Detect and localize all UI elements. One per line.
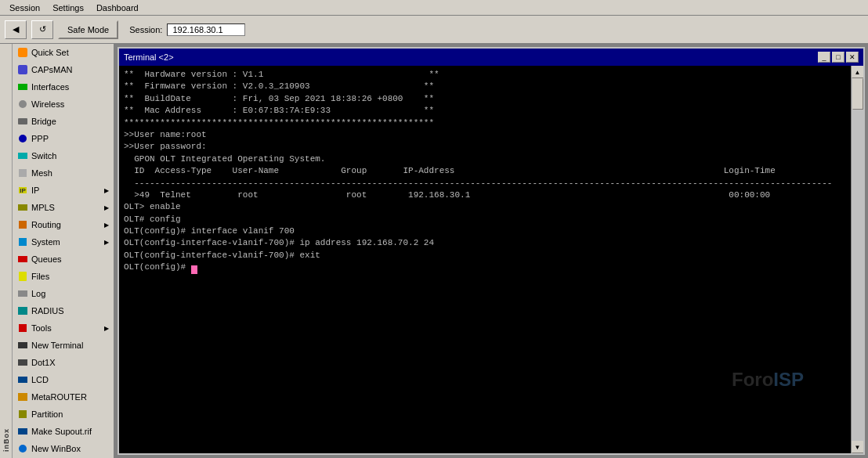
sidebar-item-mpls[interactable]: MPLS	[13, 199, 114, 216]
terminal-maximize-button[interactable]: □	[832, 52, 844, 63]
terminal-line: OLT(config-interface-vlanif-700)# ip add…	[124, 237, 846, 249]
sidebar-label-mesh: Mesh	[31, 168, 52, 178]
terminal-line: OLT# config	[124, 214, 846, 225]
terminal-scrollbar: ▲ ▼	[851, 66, 863, 453]
terminal-window: Terminal <2> _ □ ✕ ** Hardware version :…	[118, 47, 865, 455]
sidebar-item-partition[interactable]: Partition	[13, 406, 114, 423]
sidebar-item-bridge[interactable]: Bridge	[13, 113, 114, 130]
sidebar-item-interfaces[interactable]: Interfaces	[13, 78, 114, 96]
terminal-line: OLT(config-interface-vlanif-700)# exit	[124, 250, 846, 261]
terminal-controls: _ □ ✕	[818, 52, 859, 63]
log-icon	[17, 288, 28, 299]
meta-icon	[17, 391, 28, 402]
sidebar-item-tools[interactable]: Tools	[13, 319, 114, 337]
make-icon	[17, 426, 28, 437]
terminal-line: ID Access-Type User-Name Group IP-Addres…	[124, 165, 846, 177]
sidebar-label-ppp: PPP	[31, 134, 49, 143]
lcd-icon	[17, 374, 28, 385]
terminal-line: >>User password:	[124, 141, 846, 153]
new-terminal-icon	[17, 340, 28, 351]
sidebar-item-metarouter[interactable]: MetaROUTER	[13, 388, 114, 406]
sidebar-item-switch[interactable]: Switch	[13, 147, 114, 164]
sidebar-label-metarouter: MetaROUTER	[31, 392, 87, 402]
sidebar-item-routing[interactable]: Routing	[13, 216, 114, 233]
menubar: Session Settings Dashboard	[0, 0, 868, 16]
sidebar-label-new-terminal: New Terminal	[31, 341, 83, 350]
menu-dashboard[interactable]: Dashboard	[90, 2, 145, 13]
sidebar-item-new-winbox[interactable]: New WinBox	[13, 440, 114, 457]
menu-settings[interactable]: Settings	[46, 2, 90, 13]
terminal-line: >>User name:root	[124, 129, 846, 141]
radius-icon	[17, 305, 28, 316]
mpls-icon	[17, 202, 28, 213]
terminal-minimize-button[interactable]: _	[818, 52, 830, 63]
sidebar-label-quickset: Quick Set	[31, 48, 69, 57]
switch-icon	[17, 150, 28, 161]
bridge-icon	[17, 116, 28, 127]
refresh-button[interactable]: ↺	[31, 20, 53, 39]
sidebar-item-files[interactable]: Files	[13, 268, 114, 285]
sidebar-label-mpls: MPLS	[31, 203, 55, 212]
routing-icon	[17, 219, 28, 230]
dot1x-icon	[17, 357, 28, 368]
safe-mode-button[interactable]: Safe Mode	[58, 20, 118, 39]
terminal-line: >49 Telnet root root 192.168.30.1 00:00:…	[124, 189, 846, 201]
terminal-line: ****************************************…	[124, 117, 846, 129]
sidebar-item-radius[interactable]: RADIUS	[13, 302, 114, 319]
wireless-icon	[17, 99, 28, 110]
sidebar-item-system[interactable]: System	[13, 233, 114, 251]
sidebar-label-interfaces: Interfaces	[31, 82, 69, 92]
scrollbar-up-button[interactable]: ▲	[852, 66, 864, 78]
sidebar-label-switch: Switch	[31, 151, 56, 160]
winbox-icon	[17, 443, 28, 454]
sidebar-item-log[interactable]: Log	[13, 285, 114, 302]
scrollbar-track[interactable]	[852, 78, 863, 441]
sidebar-item-wireless[interactable]: Wireless	[13, 96, 114, 113]
sidebar-item-ip[interactable]: IP IP	[13, 182, 114, 199]
terminal-close-button[interactable]: ✕	[846, 52, 859, 63]
sidebar-label-files: Files	[31, 272, 49, 281]
terminal-line: ** Firmware version : V2.0.3_210903 **	[124, 81, 846, 92]
scrollbar-thumb[interactable]	[852, 78, 863, 110]
sidebar-item-new-terminal[interactable]: New Terminal	[13, 337, 114, 354]
sidebar: Quick Set CAPsMAN Interfaces Wireless Br…	[13, 44, 114, 458]
sidebar-label-bridge: Bridge	[31, 117, 56, 126]
session-value: 192.168.30.1	[167, 23, 245, 36]
session-label: Session:	[129, 25, 162, 34]
back-button[interactable]: ◀	[5, 20, 27, 39]
sidebar-label-wireless: Wireless	[31, 99, 64, 109]
sidebar-item-quickset[interactable]: Quick Set	[13, 44, 114, 61]
sidebar-label-partition: Partition	[31, 409, 63, 419]
sidebar-label-tools: Tools	[31, 323, 52, 333]
terminal-line: ** Mac Address : E0:67:B3:7A:E9:33 **	[124, 105, 846, 117]
sidebar-label-radius: RADIUS	[31, 306, 64, 316]
sidebar-item-make-supout[interactable]: Make Supout.rif	[13, 423, 114, 440]
sidebar-label-ip: IP	[31, 186, 39, 195]
sidebar-item-dot1x[interactable]: Dot1X	[13, 354, 114, 371]
sidebar-item-ppp[interactable]: PPP	[13, 130, 114, 147]
ip-icon: IP	[17, 185, 28, 196]
queues-icon	[17, 254, 28, 265]
tools-icon	[17, 323, 28, 334]
quick-icon	[17, 47, 28, 58]
sidebar-label-system: System	[31, 237, 60, 247]
terminal-line: ----------------------------------------…	[124, 178, 846, 189]
sidebar-item-mesh[interactable]: Mesh	[13, 164, 114, 182]
partition-icon	[17, 409, 28, 420]
scrollbar-down-button[interactable]: ▼	[852, 441, 864, 453]
sidebar-item-capsman[interactable]: CAPsMAN	[13, 61, 114, 78]
caps-icon	[17, 64, 28, 75]
sidebar-label-make-supout: Make Supout.rif	[31, 427, 92, 436]
terminal-line: ** BuildDate : Fri, 03 Sep 2021 18:38:26…	[124, 93, 846, 105]
mesh-icon	[17, 168, 28, 179]
terminal-main: ** Hardware version : V1.1 **** Firmware…	[119, 66, 863, 453]
sidebar-label-routing: Routing	[31, 220, 61, 229]
sidebar-item-lcd[interactable]: LCD	[13, 371, 114, 388]
watermark: ForoISP	[732, 369, 804, 391]
system-icon	[17, 236, 28, 247]
menu-session[interactable]: Session	[3, 2, 46, 13]
interfaces-icon	[17, 81, 28, 92]
terminal-body[interactable]: ** Hardware version : V1.1 **** Firmware…	[119, 66, 851, 453]
sidebar-item-queues[interactable]: Queues	[13, 251, 114, 268]
terminal-line: ** Hardware version : V1.1 **	[124, 69, 846, 81]
